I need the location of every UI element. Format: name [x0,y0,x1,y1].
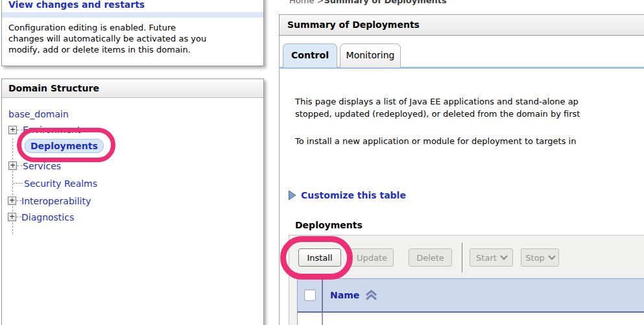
header-checkbox-cell [298,279,323,311]
tree-link-base-domain[interactable]: base_domain [8,109,69,119]
sort-ascending-icon[interactable] [364,290,378,300]
delete-button[interactable]: Delete [409,248,452,267]
tree-link-security-realms[interactable]: Security Realms [24,178,97,189]
message-line: modify, add or delete items in this doma… [8,44,257,55]
breadcrumb: Home >Summary of Deployments [289,0,447,5]
change-center-panel: View changes and restarts Configuration … [1,0,264,66]
customize-table-link[interactable]: Customize this table [288,190,406,200]
content-border [279,14,280,325]
breadcrumb-home-link[interactable]: Home > [289,0,324,5]
tree-expand-icon-diagnostics[interactable]: + [8,213,16,221]
domain-structure-panel: Domain Structure base_domain + Environme… [1,78,264,325]
table-header-row: Name [297,278,644,313]
page-title: Summary of Deployments [279,14,644,36]
tree-link-interoperability[interactable]: Interoperability [21,196,91,206]
header-name-cell: Name [323,279,644,311]
stop-button[interactable]: Stop [521,248,559,267]
deployments-table: Name [297,278,644,325]
customize-arrow-icon [288,190,296,200]
change-center-title: View changes and restarts [2,0,263,12]
tree-line [16,200,21,201]
message-line: Configuration editing is enabled. Future [8,22,257,33]
tree-item-environment: Environment [23,124,80,136]
toolbar-separator [462,243,462,272]
tree-item-interoperability: Interoperability [21,195,91,207]
update-button[interactable]: Update [350,248,394,267]
tree-link-deployments[interactable]: Deployments [25,139,104,153]
tree-link-environment[interactable]: Environment [23,125,80,135]
domain-tree: base_domain + Environment Deployments + … [2,98,263,293]
tree-line [13,183,23,184]
tree-item-deployments: Deployments [25,140,104,152]
chevron-down-icon [548,252,555,259]
tree-item-base-domain: base_domain [8,108,69,120]
tree-link-diagnostics[interactable]: Diagnostics [21,212,74,223]
tree-line [16,217,21,217]
tree-line [17,165,23,166]
table-row [297,313,644,325]
chevron-down-icon [500,252,507,259]
tab-monitoring[interactable]: Monitoring [340,43,401,67]
name-column-header[interactable]: Name [330,290,359,300]
intro-text-line: This page displays a list of Java EE app… [295,97,578,106]
intro-text-line: stopped, updated (redeployed), or delete… [295,109,580,119]
customize-table-label: Customize this table [301,190,406,200]
start-button-label: Start [476,253,497,263]
install-hint-text: To install a new application or module f… [295,136,576,146]
tree-line [17,130,23,130]
stop-button-label: Stop [525,253,545,263]
tab-control[interactable]: Control [283,43,337,67]
change-center-message: Configuration editing is enabled. Future… [2,18,263,60]
tree-item-diagnostics: Diagnostics [21,211,74,223]
install-button[interactable]: Install [298,248,341,267]
row-name-cell [323,313,644,325]
tree-expand-icon-services[interactable]: + [8,162,17,170]
tree-item-services: Services [23,160,61,172]
weblogic-console-page: Home >Summary of Deployments View change… [0,0,644,325]
tree-item-security-realms: Security Realms [24,178,97,189]
start-button[interactable]: Start [470,248,513,267]
select-all-checkbox[interactable] [304,289,316,301]
message-line: changes will automatically be activated … [8,33,257,44]
row-checkbox-cell [298,313,323,325]
domain-structure-title: Domain Structure [2,79,263,98]
breadcrumb-current: Summary of Deployments [324,0,446,5]
tree-expand-icon-environment[interactable]: + [8,126,17,134]
change-center-divider [2,12,263,18]
tree-expand-icon-interoperability[interactable]: + [8,197,16,205]
tree-link-services[interactable]: Services [23,161,61,171]
deployments-table-title: Deployments [295,220,363,230]
